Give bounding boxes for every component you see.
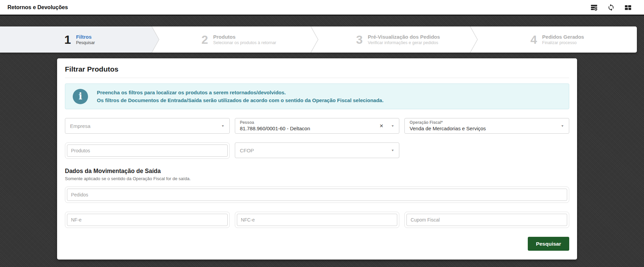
filter-row-2: CFOP ▼ (65, 142, 569, 159)
operacao-fiscal-label: Operação Fiscal* (410, 120, 555, 125)
top-bar-actions (590, 0, 632, 15)
chevron-down-icon: ▼ (561, 124, 564, 127)
chevron-down-icon: ▼ (391, 149, 394, 152)
step-separator-icon (311, 26, 318, 53)
step-1-filtros[interactable]: 1 Filtros Pesquisar (0, 26, 159, 53)
page-title: Retornos e Devoluções (7, 4, 68, 11)
chevron-down-icon: ▼ (391, 124, 394, 127)
info-alert: i Preencha os filtros para localizar os … (65, 83, 569, 109)
cfop-select[interactable]: CFOP ▼ (235, 142, 400, 158)
produtos-input[interactable] (67, 145, 228, 157)
step-4-pedidos-gerados[interactable]: 4 Pedidos Gerados Finalizar processo (478, 26, 637, 53)
top-bar: Retornos e Devoluções (0, 0, 644, 16)
pesquisar-button[interactable]: Pesquisar (528, 237, 569, 251)
step-title: Produtos (213, 34, 276, 40)
nfe-input[interactable] (67, 214, 228, 226)
step-number: 3 (356, 34, 363, 45)
info-icon: i (73, 89, 88, 104)
empresa-placeholder: Empresa (70, 123, 215, 129)
layout-icon[interactable] (624, 4, 632, 11)
cupom-fiscal-input[interactable] (406, 214, 567, 226)
title-divider (65, 78, 569, 78)
cupom-fiscal-tagbox (404, 212, 569, 228)
step-subtitle: Finalizar processo (542, 40, 584, 45)
step-separator-icon (152, 26, 159, 53)
alert-line-2: Os filtros de Documentos de Entrada/Saíd… (97, 96, 384, 104)
step-number: 2 (202, 34, 208, 45)
fiscal-docs-row (65, 212, 569, 228)
operacao-fiscal-value: Venda de Mercadorias e Serviços (410, 125, 555, 132)
pessoa-value: 81.788.960/0001-60 - Deltacon (240, 125, 385, 132)
chevron-down-icon: ▼ (221, 124, 225, 127)
step-subtitle: Selecionar os produtos à retornar (213, 40, 276, 45)
wizard-stepper: 1 Filtros Pesquisar 2 Produtos Seleciona… (0, 26, 637, 53)
step-separator-icon (470, 26, 478, 53)
empresa-select[interactable]: Empresa ▼ (65, 118, 230, 134)
step-title: Filtros (76, 34, 95, 40)
step-subtitle: Pesquisar (76, 40, 95, 45)
nfe-tagbox (65, 212, 230, 228)
filter-card: Filtrar Produtos i Preencha os filtros p… (57, 58, 577, 260)
nfce-tagbox (235, 212, 400, 228)
clear-icon[interactable]: ✕ (380, 123, 384, 129)
step-3-pre-visualizacao[interactable]: 3 Pré-Visualização dos Pedidos Verificar… (318, 26, 478, 53)
alert-line-1: Preencha os filtros para localizar os pr… (97, 89, 384, 96)
nfce-input[interactable] (237, 214, 398, 226)
actions-row: Pesquisar (65, 237, 569, 251)
pedidos-input[interactable] (67, 189, 567, 201)
step-number: 4 (530, 34, 537, 45)
section-subtitle: Somente aplicado se o sentido da Operaçã… (65, 176, 569, 181)
pessoa-select[interactable]: Pessoa 81.788.960/0001-60 - Deltacon ✕ ▼ (235, 118, 400, 134)
cfop-placeholder: CFOP (240, 148, 385, 153)
pessoa-label: Pessoa (240, 120, 385, 125)
pedidos-tagbox (65, 187, 569, 203)
step-title: Pré-Visualização dos Pedidos (368, 34, 440, 40)
produtos-tagbox (65, 142, 230, 159)
step-number: 1 (64, 34, 71, 45)
refresh-icon[interactable] (607, 4, 615, 11)
step-2-produtos[interactable]: 2 Produtos Selecionar os produtos à reto… (159, 26, 319, 53)
card-title: Filtrar Produtos (65, 65, 569, 73)
step-title: Pedidos Gerados (542, 34, 584, 40)
step-subtitle: Verificar informações e gerar pedidos (368, 40, 440, 45)
add-data-icon[interactable] (590, 4, 598, 11)
section-title: Dados da Movimentação de Saída (65, 168, 569, 175)
operacao-fiscal-select[interactable]: Operação Fiscal* Venda de Mercadorias e … (404, 118, 569, 134)
filter-row-1: Empresa ▼ Pessoa 81.788.960/0001-60 - De… (65, 118, 569, 134)
